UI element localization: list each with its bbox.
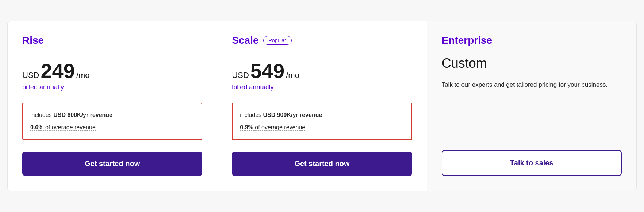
custom-price-enterprise: Custom (442, 56, 622, 71)
plan-name-enterprise: Enterprise (442, 35, 492, 46)
plan-card-scale: Scale Popular USD 549 /mo billed annuall… (217, 21, 426, 191)
enterprise-description: Talk to our experts and get tailored pri… (442, 80, 622, 138)
price-currency-rise: USD (22, 71, 39, 80)
plan-card-rise: Rise USD 249 /mo billed annually include… (7, 21, 217, 191)
price-period-rise: /mo (76, 71, 90, 80)
plan-name-rise: Rise (22, 35, 44, 46)
plan-name-scale: Scale (232, 35, 258, 46)
plan-header-rise: Rise (22, 35, 202, 46)
get-started-button-scale[interactable]: Get started now (232, 152, 412, 176)
features-box-rise: includes USD 600K/yr revenue 0.6% of ove… (22, 103, 202, 140)
price-amount-rise: 249 (41, 61, 74, 81)
features-box-scale: includes USD 900K/yr revenue 0.9% of ove… (232, 103, 412, 140)
feature-highlight-rise-0: USD 600K/yr revenue (53, 112, 112, 118)
feature-highlight-scale-0: USD 900K/yr revenue (263, 112, 322, 118)
billed-label-rise: billed annually (22, 83, 202, 91)
feature-highlight-rise-1: 0.6% of overage revenue (30, 124, 96, 131)
popular-badge-scale: Popular (263, 36, 292, 45)
feature-item-scale-1: 0.9% of overage revenue (240, 123, 404, 132)
feature-highlight-scale-1: 0.9% of overage revenue (240, 124, 305, 131)
billed-label-scale: billed annually (232, 83, 412, 91)
get-started-button-rise[interactable]: Get started now (22, 152, 202, 176)
talk-to-sales-button[interactable]: Talk to sales (442, 150, 622, 176)
price-row-scale: USD 549 /mo (232, 61, 412, 81)
price-period-scale: /mo (286, 71, 299, 80)
feature-item-rise-0: includes USD 600K/yr revenue (30, 111, 194, 119)
price-section-rise: USD 249 /mo billed annually (22, 61, 202, 100)
price-currency-scale: USD (232, 71, 249, 80)
price-row-rise: USD 249 /mo (22, 61, 202, 81)
pricing-container: Rise USD 249 /mo billed annually include… (7, 21, 637, 191)
feature-item-scale-0: includes USD 900K/yr revenue (240, 111, 404, 119)
plan-header-scale: Scale Popular (232, 35, 412, 46)
plan-card-enterprise: Enterprise Custom Talk to our experts an… (427, 21, 637, 191)
plan-header-enterprise: Enterprise (442, 35, 622, 46)
feature-item-rise-1: 0.6% of overage revenue (30, 123, 194, 132)
price-section-scale: USD 549 /mo billed annually (232, 61, 412, 100)
price-amount-scale: 549 (250, 61, 284, 81)
